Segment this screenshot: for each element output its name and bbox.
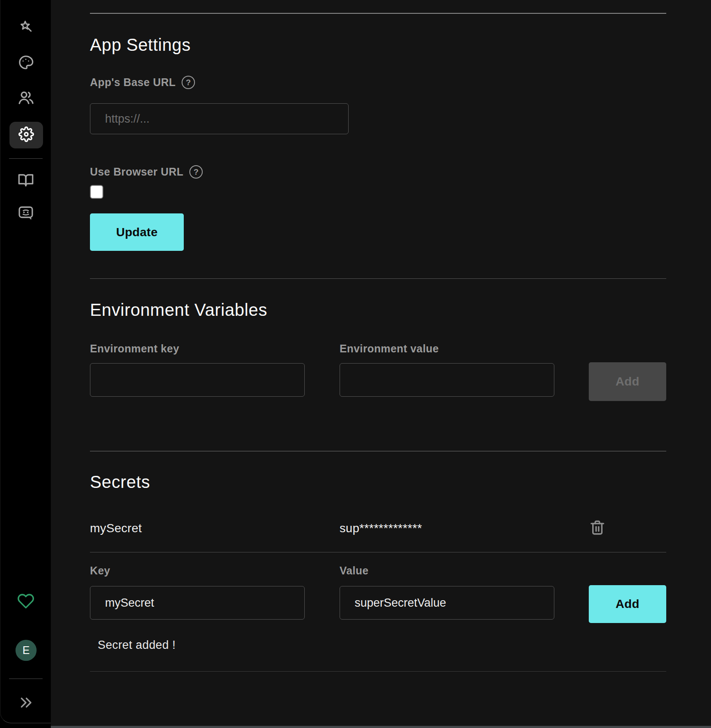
- secret-key-input[interactable]: [90, 586, 305, 620]
- sidebar-divider-bottom: [9, 679, 43, 679]
- secret-value-label: Value: [340, 565, 554, 577]
- avatar[interactable]: E: [15, 640, 37, 661]
- delete-secret-button[interactable]: [588, 518, 607, 539]
- heart-icon: [17, 592, 34, 611]
- env-inputs-row: Add: [90, 363, 666, 403]
- sidebar-item-discord[interactable]: [0, 204, 51, 222]
- env-key-label: Environment key: [90, 342, 305, 355]
- app-settings-page: E App Settings App's Base URL ? Use Brow…: [0, 0, 711, 728]
- env-key-input[interactable]: [90, 363, 305, 397]
- base-url-help-icon[interactable]: ?: [182, 76, 195, 89]
- secret-added-status: Secret added !: [98, 639, 666, 652]
- secret-masked-value: sup*************: [340, 521, 554, 535]
- divider-secret-form: [90, 552, 666, 552]
- use-browser-url-label: Use Browser URL: [90, 166, 183, 178]
- env-labels-row: Environment key Environment value: [90, 342, 666, 357]
- base-url-input[interactable]: [90, 103, 349, 134]
- magic-wand-icon: [18, 20, 34, 37]
- sidebar: E: [0, 0, 51, 723]
- secret-inputs-row: Add: [90, 586, 666, 626]
- gear-icon: [19, 126, 34, 144]
- base-url-label: App's Base URL: [90, 76, 176, 89]
- secret-key-label: Key: [90, 565, 305, 577]
- use-browser-url-help-icon[interactable]: ?: [189, 165, 203, 179]
- base-url-label-row: App's Base URL ?: [90, 76, 666, 89]
- sidebar-item-users[interactable]: [0, 89, 51, 108]
- secret-row: mySecret sup*************: [90, 518, 666, 539]
- env-value-label: Environment value: [340, 342, 554, 355]
- divider-bottom: [90, 671, 666, 672]
- use-browser-url-label-row: Use Browser URL ?: [90, 165, 666, 179]
- app-settings-title: App Settings: [90, 35, 666, 55]
- environment-variables-title: Environment Variables: [90, 300, 666, 320]
- trash-icon: [589, 518, 606, 538]
- secrets-title: Secrets: [90, 472, 666, 492]
- sidebar-item-settings[interactable]: [9, 122, 43, 148]
- secret-key: mySecret: [90, 521, 305, 535]
- discord-icon: [18, 204, 34, 222]
- settings-content: App Settings App's Base URL ? Use Browse…: [90, 0, 666, 728]
- env-add-button[interactable]: Add: [589, 362, 666, 401]
- sidebar-item-favorites[interactable]: [0, 593, 51, 611]
- secret-add-button[interactable]: Add: [589, 585, 666, 623]
- use-browser-url-checkbox[interactable]: [90, 185, 103, 199]
- sidebar-collapse-button[interactable]: [0, 695, 51, 712]
- sidebar-divider: [9, 158, 43, 159]
- secret-labels-row: Key Value: [90, 565, 666, 579]
- avatar-initial: E: [22, 644, 30, 657]
- book-icon: [18, 172, 34, 190]
- divider-env: [90, 278, 666, 279]
- double-chevron-right-icon: [19, 695, 33, 712]
- sidebar-item-magic[interactable]: [0, 20, 51, 37]
- secret-value-input[interactable]: [340, 586, 554, 620]
- env-value-input[interactable]: [340, 363, 554, 397]
- update-button[interactable]: Update: [90, 213, 184, 251]
- divider-top: [90, 13, 666, 14]
- users-icon: [17, 89, 34, 108]
- sidebar-item-docs[interactable]: [0, 172, 51, 190]
- sidebar-item-theme[interactable]: [0, 54, 51, 72]
- divider-secrets: [90, 451, 666, 451]
- palette-icon: [18, 54, 34, 72]
